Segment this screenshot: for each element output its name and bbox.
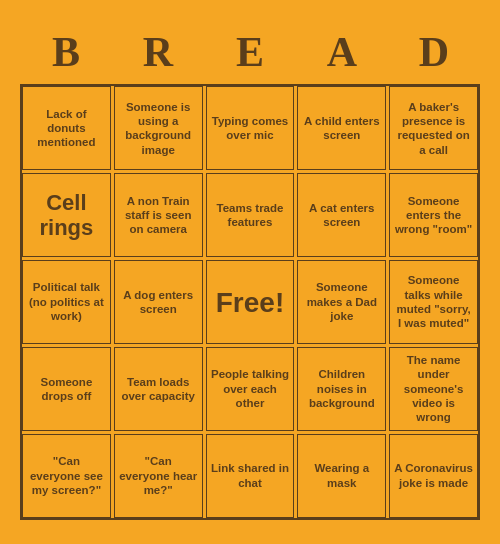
bingo-cell[interactable]: Children noises in background — [297, 347, 386, 431]
header-letter: E — [204, 24, 296, 80]
bingo-cell[interactable]: Link shared in chat — [206, 434, 295, 518]
bingo-grid: Lack of donuts mentionedSomeone is using… — [20, 84, 480, 519]
bingo-cell[interactable]: Someone makes a Dad joke — [297, 260, 386, 344]
bingo-cell[interactable]: A baker's presence is requested on a cal… — [389, 86, 478, 170]
bingo-cell[interactable]: Lack of donuts mentioned — [22, 86, 111, 170]
bingo-cell[interactable]: Someone enters the wrong "room" — [389, 173, 478, 257]
bingo-cell[interactable]: A child enters screen — [297, 86, 386, 170]
bingo-cell[interactable]: Political talk (no politics at work) — [22, 260, 111, 344]
header-letter: A — [296, 24, 388, 80]
bingo-cell[interactable]: "Can everyone hear me?" — [114, 434, 203, 518]
bingo-cell[interactable]: A dog enters screen — [114, 260, 203, 344]
bingo-cell[interactable]: Someone talks while muted "sorry, I was … — [389, 260, 478, 344]
header-letter: D — [388, 24, 480, 80]
bingo-cell[interactable]: Team loads over capacity — [114, 347, 203, 431]
bingo-cell[interactable]: Someone is using a background image — [114, 86, 203, 170]
bingo-cell[interactable]: Free! — [206, 260, 295, 344]
header-letter: R — [112, 24, 204, 80]
bingo-cell[interactable]: The name under someone's video is wrong — [389, 347, 478, 431]
bingo-cell[interactable]: A cat enters screen — [297, 173, 386, 257]
bingo-cell[interactable]: A non Train staff is seen on camera — [114, 173, 203, 257]
bingo-cell[interactable]: Someone drops off — [22, 347, 111, 431]
bingo-cell[interactable]: A Coronavirus joke is made — [389, 434, 478, 518]
bingo-card: BREAD Lack of donuts mentionedSomeone is… — [10, 14, 490, 529]
bingo-cell[interactable]: Wearing a mask — [297, 434, 386, 518]
bingo-cell[interactable]: People talking over each other — [206, 347, 295, 431]
header-letter: B — [20, 24, 112, 80]
bingo-header: BREAD — [20, 24, 480, 80]
bingo-cell[interactable]: "Can everyone see my screen?" — [22, 434, 111, 518]
bingo-cell[interactable]: Typing comes over mic — [206, 86, 295, 170]
bingo-cell[interactable]: Cell rings — [22, 173, 111, 257]
bingo-cell[interactable]: Teams trade features — [206, 173, 295, 257]
